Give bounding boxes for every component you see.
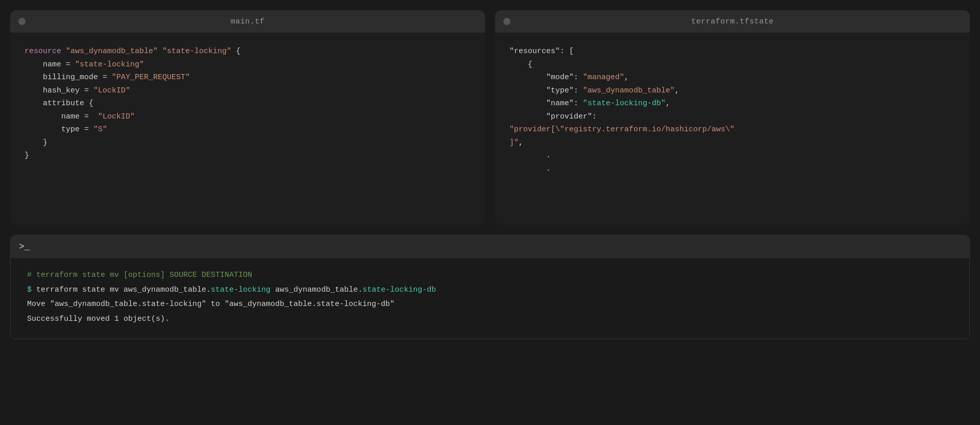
terminal-comment: # terraform state mv [options] SOURCE DE… bbox=[27, 271, 252, 279]
main-tf-title: main.tf bbox=[231, 17, 265, 26]
tfstate-title: terraform.tfstate bbox=[691, 17, 774, 26]
terminal-command-line: $ terraform state mv aws_dynamodb_table.… bbox=[27, 283, 953, 298]
terminal-output1: Move "aws_dynamodb_table.state-locking" … bbox=[27, 297, 953, 312]
terminal-output2: Successfully moved 1 object(s). bbox=[27, 312, 953, 327]
main-tf-content: resource "aws_dynamodb_table" "state-loc… bbox=[10, 33, 485, 175]
terminal-comment-line: # terraform state mv [options] SOURCE DE… bbox=[27, 268, 953, 283]
terminal-source: state-locking bbox=[211, 286, 271, 294]
terminal-prompt-icon: >_ bbox=[19, 242, 30, 252]
terminal-cmd-text: terraform state mv aws_dynamodb_table. bbox=[36, 286, 211, 294]
traffic-light-icon-2 bbox=[503, 18, 510, 25]
terminal-output2-text: Successfully moved 1 object(s). bbox=[27, 315, 169, 323]
main-tf-titlebar: main.tf bbox=[10, 10, 485, 33]
tfstate-content: "resources": [ { "mode": "managed", "typ… bbox=[495, 33, 970, 187]
main-tf-code: resource "aws_dynamodb_table" "state-loc… bbox=[24, 45, 471, 162]
main-tf-panel: main.tf resource "aws_dynamodb_table" "s… bbox=[10, 10, 485, 225]
tfstate-titlebar: terraform.tfstate bbox=[495, 10, 970, 33]
traffic-light-icon bbox=[18, 18, 26, 25]
terminal-dest: state-locking-db bbox=[362, 286, 436, 294]
terminal-panel: >_ # terraform state mv [options] SOURCE… bbox=[10, 235, 970, 339]
terminal-dollar: $ bbox=[27, 286, 36, 294]
terminal-cmd-mid: aws_dynamodb_table. bbox=[271, 286, 362, 294]
tfstate-panel: terraform.tfstate "resources": [ { "mode… bbox=[495, 10, 970, 225]
terminal-titlebar: >_ bbox=[11, 235, 969, 258]
terminal-content: # terraform state mv [options] SOURCE DE… bbox=[11, 258, 969, 339]
terminal-output1-text: Move "aws_dynamodb_table.state-locking" … bbox=[27, 300, 395, 309]
tfstate-code: "resources": [ { "mode": "managed", "typ… bbox=[509, 45, 955, 175]
